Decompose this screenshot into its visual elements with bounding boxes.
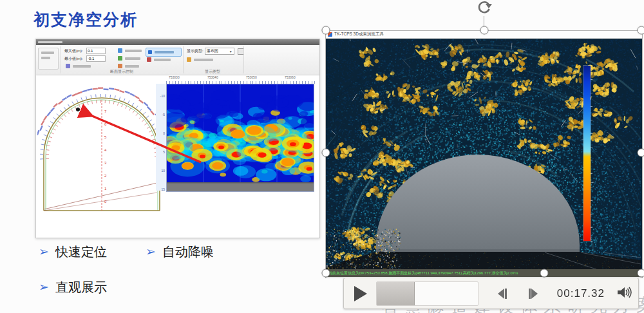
colorbar-tick [591,66,592,66]
colorbar-tick [591,147,592,147]
app-titlebar [36,39,319,45]
step-back-icon [495,287,509,301]
selection-handle-bottom-center[interactable] [540,269,549,278]
active-view-button[interactable] [146,48,182,57]
toolbar-button-1[interactable] [118,48,142,53]
min-value-label: 最小值(m): [64,56,83,62]
arrow-bullet-icon: ➢ [39,244,49,259]
tunnel-pointcloud-view[interactable] [326,39,642,269]
heatmap-left-ruler: -10-5051015 [156,84,166,191]
bullet-label: 自动降噪 [162,243,214,261]
step-forward-button[interactable] [526,287,540,301]
clearance-tick-label: -5 [162,113,165,117]
colorbar-tick [591,106,592,107]
time-display: 00:17.32 [557,287,605,300]
display-type-value: 瀑布图 [207,48,218,54]
selection-handle-top-right[interactable] [638,26,644,35]
clearance-tick-label: 5 [163,150,165,154]
svg-text:3: 3 [104,161,107,165]
grid-icon [118,48,122,53]
toolbar-button-3[interactable] [118,64,139,68]
step-forward-icon [526,287,540,301]
display-type-row: 显示类型: 瀑布图 ▼ [187,48,244,55]
bullet-label: 直观展示 [55,279,107,296]
selection-handle-bottom-right[interactable] [638,269,644,278]
analysis-app-window: 最大值(m): 最小值(m): 断面显示控制 [35,39,320,238]
heatmap-top-ruler: 753030753040753050753060 [156,75,318,84]
selection-handle-mid-right[interactable] [638,149,644,157]
colorbar-tick [591,133,592,134]
svg-text:0: 0 [104,200,107,204]
palette-icon [187,57,191,62]
rotate-handle-icon[interactable] [475,0,493,17]
svg-text:6: 6 [104,122,107,126]
max-value-label: 最大值(m): [64,48,83,54]
min-value-input[interactable] [86,55,106,62]
chevron-down-icon: ▼ [229,50,232,53]
bullet-quick-locate: ➢ 快速定位 [39,243,107,261]
section-view-icon [148,50,152,54]
colorbar-tick [591,120,592,120]
bullet-visual-display: ➢ 直观展示 [39,279,107,296]
toolbar-button-2[interactable] [118,56,140,61]
page-title: 初支净空分析 [33,9,138,30]
bullet-label: 快速定位 [55,243,107,261]
max-value-input[interactable] [86,48,106,54]
step-back-button[interactable] [495,287,509,301]
progress-fill [377,282,415,305]
app-title-text-blur [38,41,62,43]
colorbar-tick [591,79,592,80]
svg-text:1: 1 [104,187,107,191]
ruler-tick [314,81,315,84]
colorbar-tick [591,173,592,174]
svg-text:7: 7 [104,109,107,113]
selection-handle-top-left[interactable] [322,26,330,35]
app-toolbar: 最大值(m): 最小值(m): 断面显示控制 [36,45,319,75]
svg-text:4: 4 [104,148,107,152]
display-type-label: 显示类型: [187,48,204,54]
colorbar-tick [591,227,592,228]
pencil-icon [66,64,70,68]
display-type-dropdown[interactable]: 瀑布图 ▼ [205,48,234,55]
refresh-icon [118,56,122,61]
colorbar-tick [591,241,592,242]
clearance-tick-label: -10 [160,94,165,98]
volume-button[interactable] [616,285,632,302]
media-control-bar: 00:17.32 [343,278,639,309]
speaker-icon [616,285,632,299]
svg-text:5: 5 [104,135,107,139]
toolbar-button-4[interactable] [147,57,171,62]
arrow-bullet-icon: ➢ [39,280,49,294]
colorbar-tick [591,200,592,201]
clearance-tick-label: 10 [161,169,165,173]
video-statusbar: 当前点位置信息为DK753+253.858,施测平面坐标为(487711.949… [326,269,642,277]
selection-handle-top-center[interactable] [480,26,489,35]
group-caption-display-control: 断面显示控制 [64,69,180,75]
selection-handle-mid-left[interactable] [322,149,330,157]
bullet-auto-denoise: ➢ 自动降噪 [146,243,214,261]
progress-bar[interactable] [376,281,478,306]
section-settings-button[interactable] [66,64,91,68]
chainage-tick-label: 753060 [285,75,296,79]
clearance-tick-label: 15 [161,187,165,191]
ribbon-left-button[interactable] [38,48,59,70]
chainage-tick-label: 753050 [246,75,257,79]
pointcloud-scene-canvas[interactable] [326,39,641,269]
clearance-heatmap[interactable] [166,84,314,192]
group-caption-display-type: 显示类型 [187,69,238,75]
video-window-title: TK-TCPS 3D成果浏览工具 [334,32,384,37]
alert-icon [147,57,151,62]
colorbar-tick [591,214,592,214]
measure-icon [118,64,122,68]
clearance-tick-label: 0 [163,131,165,135]
selection-handle-bottom-left[interactable] [322,269,330,278]
play-button[interactable] [354,286,367,301]
chainage-tick-label: 753040 [207,75,218,79]
app-canvas: 76543210 753030753040753050753060 -10-50… [36,75,319,237]
video-player-window[interactable]: TK-TCPS 3D成果浏览工具 当前点位置信息为DK753+253.858,施… [325,30,643,278]
colorbar-tick [591,93,592,93]
colorbar-tick [591,187,592,187]
tunnel-cross-section-diagram: 76543210 [37,82,166,220]
chainage-tick-label: 753030 [169,75,180,79]
toolbar-button-5[interactable] [187,57,213,62]
